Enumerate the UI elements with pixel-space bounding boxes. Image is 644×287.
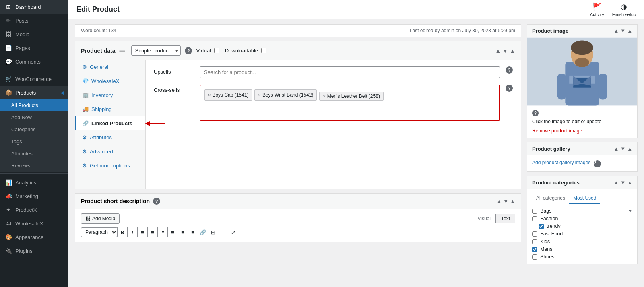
product-categories-close[interactable]: ▲ (627, 180, 632, 186)
cat-bags-expand[interactable]: ▼ (628, 209, 632, 213)
tab-wholesalex[interactable]: 💎 WholesaleX (75, 74, 145, 88)
bold-button[interactable]: B (117, 227, 128, 237)
align-right-button[interactable]: ≡ (188, 227, 198, 237)
product-data-header: Product data — Simple product ? Virtual: (75, 41, 521, 60)
finish-setup-button[interactable]: ◑ Finish setup (612, 2, 636, 17)
fullscreen-button[interactable]: ⤢ (228, 227, 238, 237)
tab-shipping[interactable]: 🚚 Shipping (75, 102, 145, 116)
downloadable-label[interactable]: Downloadable: (225, 47, 266, 54)
product-image-down[interactable]: ▼ (620, 28, 625, 34)
align-left-button[interactable]: ≡ (167, 227, 178, 237)
tab-attributes[interactable]: ⚙ Attributes (75, 130, 145, 145)
short-desc-help[interactable]: ? (153, 198, 160, 205)
insert-table-button[interactable]: ⊞ (208, 227, 218, 237)
tab-linked-products[interactable]: 🔗 Linked Products (75, 116, 145, 130)
product-gallery-close[interactable]: ▲ (627, 146, 632, 152)
cross-sells-help[interactable]: ? (506, 85, 513, 92)
link-button[interactable]: 🔗 (198, 227, 208, 237)
tab-get-more-options[interactable]: ⚙ Get more options (75, 159, 145, 173)
sidebar-item-pages[interactable]: 📄 Pages (0, 41, 68, 55)
product-gallery-up[interactable]: ▲ (613, 146, 619, 152)
product-image-title: Product image (532, 28, 613, 34)
upsells-help[interactable]: ? (506, 66, 513, 74)
sidebar-item-reviews[interactable]: Reviews (0, 160, 68, 172)
sidebar-item-posts[interactable]: ✏ Posts (0, 14, 68, 27)
sidebar-item-comments[interactable]: 💬 Comments (0, 55, 68, 68)
cat-trendy-checkbox[interactable] (539, 224, 544, 229)
downloadable-checkbox[interactable] (261, 48, 266, 53)
align-center-button[interactable]: ≡ (178, 227, 188, 237)
sidebar-item-wholesalex[interactable]: 🏷 WholesaleX (0, 217, 68, 230)
sidebar-item-products[interactable]: 📦 Products ◀ (0, 86, 68, 99)
text-tab[interactable]: Text (496, 214, 515, 223)
short-desc-body: 🖼 Add Media Visual Text Paragraph (75, 209, 521, 242)
shipping-tab-icon: 🚚 (82, 106, 89, 112)
woocommerce-icon: 🛒 (5, 75, 12, 83)
cat-mens-checkbox[interactable] (532, 247, 537, 252)
cat-shoes-checkbox[interactable] (532, 254, 537, 260)
virtual-checkbox[interactable] (214, 48, 219, 53)
sidebar-item-analytics[interactable]: 📊 Analytics (0, 176, 68, 189)
sidebar-item-woocommerce[interactable]: 🛒 WooCommerce (0, 72, 68, 86)
ordered-list-button[interactable]: ≡ (147, 227, 158, 237)
sidebar-item-plugins[interactable]: 🔌 Plugins (0, 244, 68, 258)
sidebar-item-media[interactable]: 🖼 Media (0, 27, 68, 41)
product-gallery-help[interactable]: ? (594, 160, 601, 167)
sidebar-item-marketing[interactable]: 📣 Marketing (0, 189, 68, 203)
tab-advanced[interactable]: ⚙ Advanced (75, 145, 145, 159)
short-desc-collapse-up[interactable]: ▲ (496, 198, 502, 204)
product-data-controls: ▲ ▼ ▲ (495, 47, 515, 54)
sidebar-item-dashboard[interactable]: ⊞ Dashboard (0, 0, 68, 14)
horizontal-rule-button[interactable]: — (218, 227, 228, 237)
product-image-help[interactable]: ? (532, 110, 539, 116)
activity-button[interactable]: 🚩 Activity (590, 2, 604, 17)
product-type-select[interactable]: Simple product (131, 45, 181, 56)
cross-sells-box[interactable]: × Boys Cap (1541) × Boys Wrist Band (154… (200, 85, 500, 121)
product-categories-up[interactable]: ▲ (613, 180, 619, 186)
upsells-search[interactable] (200, 66, 500, 78)
cat-fast-food-checkbox[interactable] (532, 231, 537, 237)
tag-mens-leather-belt-remove[interactable]: × (323, 94, 325, 99)
product-gallery-card: Product gallery ▲ ▼ ▲ Add product galler… (527, 142, 638, 172)
close-icon[interactable]: ▲ (510, 47, 515, 54)
format-select[interactable]: Paragraph (81, 227, 118, 237)
cat-bags-checkbox[interactable] (532, 209, 537, 214)
product-gallery-down[interactable]: ▼ (620, 146, 625, 152)
categories-label: Categories (11, 127, 35, 132)
sidebar-item-label: Analytics (15, 180, 36, 186)
add-product-gallery-images-link[interactable]: Add product gallery images (532, 160, 592, 165)
product-image-close[interactable]: ▲ (627, 28, 632, 34)
sidebar-item-attributes[interactable]: Attributes (0, 148, 68, 160)
cat-kids-checkbox[interactable] (532, 239, 537, 244)
cat-fashion-checkbox[interactable] (532, 216, 537, 221)
collapse-up-icon[interactable]: ▲ (495, 47, 501, 54)
unordered-list-button[interactable]: ≡ (137, 227, 148, 237)
sidebar-item-all-products[interactable]: All Products (0, 99, 68, 111)
tab-inventory[interactable]: 🏢 Inventory (75, 88, 145, 102)
tab-general[interactable]: ⚙ General (75, 60, 145, 74)
product-categories-down[interactable]: ▼ (620, 180, 625, 186)
short-desc-close[interactable]: ▲ (510, 198, 515, 204)
short-desc-collapse-down[interactable]: ▼ (503, 198, 508, 204)
tag-boys-cap-remove[interactable]: × (208, 93, 211, 97)
editor-toolbar: Paragraph B I ≡ ≡ ❝ ≡ ≡ ≡ 🔗 ⊞ — (81, 227, 515, 237)
italic-button[interactable]: I (127, 227, 138, 237)
visual-tab[interactable]: Visual (473, 214, 496, 223)
sidebar-item-categories[interactable]: Categories (0, 124, 68, 136)
sidebar-item-add-new[interactable]: Add New (0, 111, 68, 124)
most-used-tab[interactable]: Most Used (569, 193, 600, 204)
product-image-area[interactable] (527, 37, 637, 106)
collapse-down-icon[interactable]: ▼ (502, 47, 508, 54)
remove-product-image-link[interactable]: Remove product image (532, 128, 582, 134)
sidebar-item-tags[interactable]: Tags (0, 136, 68, 148)
product-data-help[interactable]: ? (185, 47, 192, 54)
blockquote-button[interactable]: ❝ (157, 227, 168, 237)
product-image-up[interactable]: ▲ (613, 28, 619, 34)
tag-boys-wrist-band-remove[interactable]: × (258, 93, 260, 97)
all-categories-tab[interactable]: All categories (532, 193, 569, 204)
product-data-title: Product data — (81, 47, 127, 54)
sidebar-item-appearance[interactable]: 🎨 Appearance (0, 230, 68, 244)
virtual-label[interactable]: Virtual: (196, 47, 219, 54)
sidebar-item-productx[interactable]: ✦ ProductX (0, 203, 68, 217)
add-media-button[interactable]: 🖼 Add Media (81, 213, 120, 224)
